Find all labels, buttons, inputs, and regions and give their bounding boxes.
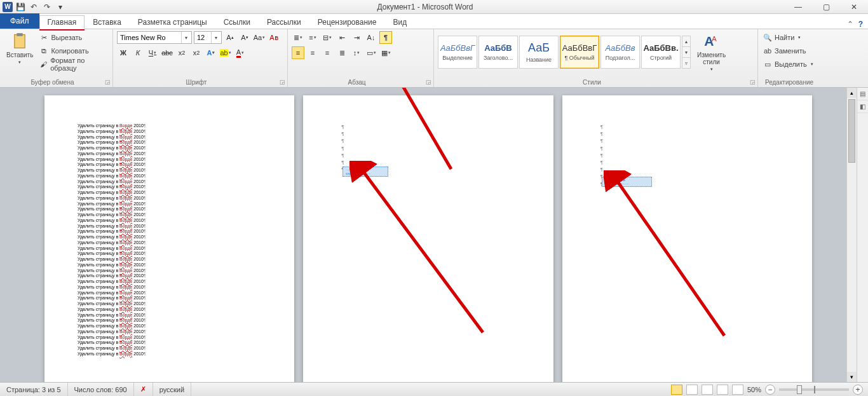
undo-icon[interactable]: ↶	[28, 1, 39, 13]
tab-home[interactable]: Главная	[39, 15, 85, 29]
grow-font-button[interactable]: A▴	[224, 31, 236, 44]
clear-format-button[interactable]: Aʙ	[268, 31, 280, 44]
paragraph-launcher-icon[interactable]: ◲	[424, 78, 432, 86]
gallery-up-icon[interactable]: ▴	[682, 36, 690, 47]
font-size-input[interactable]	[194, 32, 211, 43]
increase-indent-button[interactable]: ⇥	[350, 31, 363, 44]
find-button[interactable]: 🔍Найти▾	[762, 31, 824, 44]
page-3[interactable]: ¶¶¶¶¶¶¶¶¶ ·······Разрыв страницы·······	[562, 95, 812, 382]
status-words[interactable]: Число слов: 690	[68, 383, 134, 396]
font-color-button[interactable]: A▾	[234, 46, 247, 59]
status-page[interactable]: Страница: 3 из 5	[0, 383, 68, 396]
align-left-button[interactable]: ≡	[292, 46, 304, 59]
bullets-button[interactable]: ≣▾	[292, 31, 304, 44]
italic-button[interactable]: К	[132, 46, 144, 59]
style-strong[interactable]: АаБбВв.Строгий	[641, 36, 681, 69]
sort-button[interactable]: A↓	[365, 31, 377, 44]
view-fullscreen-button[interactable]	[686, 385, 698, 395]
styles-launcher-icon[interactable]: ◲	[749, 78, 756, 86]
select-button[interactable]: ▭Выделить▾	[762, 58, 824, 71]
page-1[interactable]: Удалить страницу в Ворде 2010¶Удалить ст…	[44, 95, 294, 382]
shrink-font-button[interactable]: A▾	[238, 31, 251, 44]
tab-review[interactable]: Рецензирование	[309, 15, 385, 29]
ribbon-minimize-icon[interactable]: ⌃	[847, 20, 853, 29]
strike-button[interactable]: abc	[161, 46, 173, 59]
style-subtitle[interactable]: АаБбВвПодзагол...	[600, 36, 640, 69]
format-painter-button[interactable]: 🖌Формат по образцу	[38, 58, 109, 71]
chevron-down-icon[interactable]: ▾	[181, 32, 190, 43]
help-icon[interactable]: ?	[858, 20, 863, 29]
change-case-button[interactable]: Aa▾	[253, 31, 266, 44]
decrease-indent-button[interactable]: ⇤	[336, 31, 348, 44]
paste-label: Вставить	[6, 51, 33, 58]
zoom-out-button[interactable]: −	[765, 385, 775, 395]
save-icon[interactable]: 💾	[15, 1, 26, 13]
minimize-button[interactable]: —	[784, 0, 812, 14]
style-emphasis[interactable]: АаБбВвГВыделение	[438, 36, 477, 69]
font-name-input[interactable]	[118, 32, 181, 43]
highlight-button[interactable]: ab▾	[219, 46, 232, 59]
view-web-button[interactable]	[702, 385, 713, 395]
paste-button[interactable]: Вставить ▾	[4, 31, 36, 71]
borders-button[interactable]: ▦▾	[379, 46, 392, 59]
underline-button[interactable]: Ч▾	[146, 46, 159, 59]
nav-icon[interactable]: ◧	[857, 100, 868, 113]
gallery-more-icon[interactable]: ▿	[682, 58, 690, 68]
style-normal[interactable]: АаБбВвГ¶ Обычный	[560, 36, 599, 69]
align-right-button[interactable]: ≡	[321, 46, 334, 59]
cut-button[interactable]: ✂Вырезать	[38, 31, 109, 44]
subscript-button[interactable]: x2	[175, 46, 188, 59]
font-size-combo[interactable]: ▾	[194, 31, 222, 44]
tab-view[interactable]: Вид	[384, 15, 415, 29]
title-bar: W 💾 ↶ ↷ ▾ Документ1 - Microsoft Word — ▢…	[0, 0, 868, 14]
view-print-layout-button[interactable]	[671, 385, 682, 395]
shading-button[interactable]: ▭▾	[365, 46, 377, 59]
tab-mailings[interactable]: Рассылки	[259, 15, 309, 29]
bold-button[interactable]: Ж	[117, 46, 130, 59]
font-name-combo[interactable]: ▾	[117, 31, 192, 44]
status-spellcheck[interactable]: ✗	[134, 383, 153, 396]
tab-references[interactable]: Ссылки	[215, 15, 259, 29]
document-area: Удалить страницу в Ворде 2010¶Удалить ст…	[0, 88, 857, 382]
scroll-up-icon[interactable]: ▴	[847, 88, 857, 98]
align-center-button[interactable]: ≡	[306, 46, 319, 59]
scroll-thumb[interactable]	[848, 99, 855, 163]
copy-icon: ⧉	[39, 46, 48, 55]
clipboard-launcher-icon[interactable]: ◲	[104, 78, 111, 86]
view-outline-button[interactable]	[717, 385, 728, 395]
brush-icon: 🖌	[39, 60, 48, 69]
close-button[interactable]: ✕	[840, 0, 868, 14]
maximize-button[interactable]: ▢	[812, 0, 840, 14]
qat-more-icon[interactable]: ▾	[55, 1, 66, 13]
file-tab[interactable]: Файл	[0, 13, 39, 29]
chevron-down-icon[interactable]: ▾	[211, 32, 220, 43]
superscript-button[interactable]: x2	[190, 46, 203, 59]
zoom-in-button[interactable]: +	[853, 385, 863, 395]
svg-rect-0	[15, 35, 25, 48]
text-effects-button[interactable]: A▾	[205, 46, 217, 59]
ruler-icon[interactable]: ▤	[857, 88, 868, 100]
vertical-scrollbar[interactable]: ▴ ▾	[846, 88, 857, 382]
zoom-level[interactable]: 50%	[747, 386, 761, 393]
font-launcher-icon[interactable]: ◲	[278, 78, 286, 86]
style-heading[interactable]: АаБбВЗаголово...	[478, 36, 518, 69]
redo-icon[interactable]: ↷	[41, 1, 53, 13]
numbering-button[interactable]: ≡▾	[306, 31, 319, 44]
multilevel-button[interactable]: ⊟▾	[321, 31, 334, 44]
gallery-down-icon[interactable]: ▾	[682, 47, 690, 58]
replace-button[interactable]: abЗаменить	[762, 44, 824, 57]
style-title[interactable]: АаБНазвание	[519, 36, 559, 69]
copy-button[interactable]: ⧉Копировать	[38, 44, 109, 57]
view-draft-button[interactable]	[732, 385, 743, 395]
tab-layout[interactable]: Разметка страницы	[130, 15, 215, 29]
tab-insert[interactable]: Вставка	[85, 15, 130, 29]
show-marks-button[interactable]: ¶	[379, 31, 392, 44]
scroll-down-icon[interactable]: ▾	[847, 372, 857, 382]
zoom-slider[interactable]	[779, 388, 849, 391]
page-2[interactable]: ¶¶¶¶¶¶¶ ·······Разрыв страницы·······	[303, 95, 553, 382]
line-spacing-button[interactable]: ↕▾	[350, 46, 363, 59]
zoom-thumb[interactable]	[797, 385, 802, 394]
status-language[interactable]: русский	[153, 383, 191, 396]
justify-button[interactable]: ≣	[336, 46, 348, 59]
change-styles-button[interactable]: AA Изменить стили ▾	[695, 31, 728, 73]
